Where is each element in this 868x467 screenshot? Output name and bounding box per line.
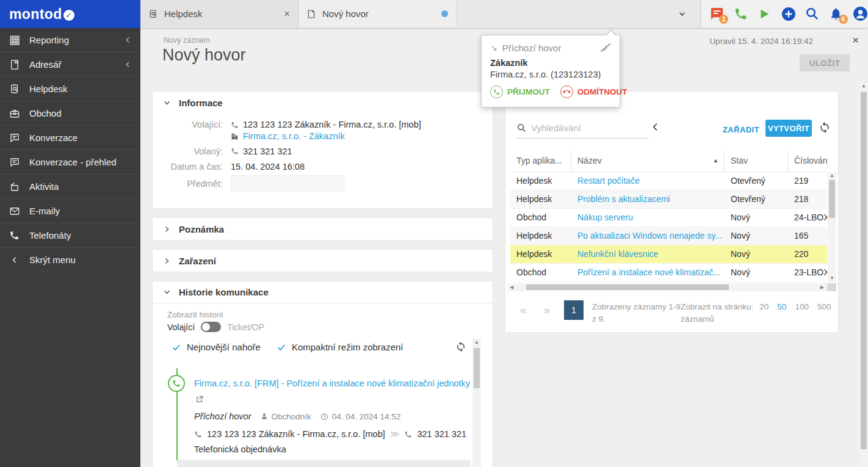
last-page-icon[interactable]: » bbox=[544, 304, 550, 317]
sidebar-item-emaily[interactable]: E-maily bbox=[0, 199, 140, 223]
call-kind-text: Příchozí hovor bbox=[194, 411, 251, 421]
save-button[interactable]: ULOŽIT bbox=[800, 54, 850, 71]
page-scrollbar[interactable]: ▲ bbox=[859, 82, 868, 467]
section-header-zarazeni[interactable]: Zařazení bbox=[153, 250, 493, 272]
first-page-icon[interactable]: « bbox=[520, 304, 526, 317]
per-page-control: Zobrazit na stránku:2050100500 záznamů bbox=[681, 301, 831, 325]
tab-novy-hovor[interactable]: Nový hovor bbox=[298, 0, 457, 27]
cell-name-link[interactable]: Problém s aktualizacemi bbox=[571, 190, 725, 208]
chevron-right-icon bbox=[163, 257, 171, 265]
avatar-icon[interactable] bbox=[853, 6, 868, 21]
table-row[interactable]: Obchod Pořízení a instalace nové klimati… bbox=[510, 264, 827, 282]
section-historie: Historie komunikace Zobrazit historii Vo… bbox=[153, 281, 493, 467]
sort-asc-icon: ▲ bbox=[713, 150, 718, 172]
tab-helpdesk[interactable]: Helpdesk × bbox=[140, 0, 298, 27]
column-header-stav[interactable]: Stav bbox=[725, 150, 788, 172]
cell-name-link[interactable]: Po aktualizaci Windows nenajede sy... bbox=[571, 227, 725, 245]
chat-bubble-icon bbox=[9, 132, 20, 143]
workspace-select[interactable] bbox=[457, 0, 701, 27]
scroll-up-icon[interactable]: ▲ bbox=[859, 82, 868, 90]
history-scrollbar[interactable]: ▲ bbox=[472, 339, 481, 467]
sidebar-item-helpdesk[interactable]: Helpdesk bbox=[0, 77, 140, 101]
cell-type: Helpdesk bbox=[510, 227, 571, 245]
logo-text: montod bbox=[9, 6, 62, 23]
cell-number: 24-LBOX- bbox=[788, 209, 827, 226]
history-source-toggle[interactable] bbox=[201, 322, 221, 332]
chat-bubble-icon bbox=[9, 156, 20, 168]
checkbox-newest-first[interactable]: Nejnovější nahoře bbox=[172, 342, 261, 352]
phone-icon[interactable] bbox=[733, 6, 748, 21]
add-icon[interactable] bbox=[781, 6, 796, 21]
sidebar-item-aktivita[interactable]: Aktivita bbox=[0, 175, 140, 199]
last-edited-text: Upravil 15. 4. 2024 16:19:42 bbox=[709, 37, 813, 46]
table-row-highlighted[interactable]: Helpdesk Nefunkční klávesnice Nový 220 bbox=[510, 245, 827, 264]
per-page-option[interactable]: 500 bbox=[817, 301, 831, 313]
section-header-informace[interactable]: Informace bbox=[153, 92, 493, 114]
section-title: Poznámka bbox=[179, 224, 224, 234]
table-row[interactable]: Helpdesk Problém s aktualizacemi Otevřen… bbox=[510, 190, 827, 209]
section-title: Historie komunikace bbox=[179, 287, 269, 297]
mute-ringtone-icon[interactable]: ♪ bbox=[600, 42, 611, 53]
per-page-option-selected[interactable]: 50 bbox=[777, 301, 786, 313]
sidebar-item-telefonaty[interactable]: Telefonáty bbox=[0, 223, 140, 248]
checkbox-compact-mode[interactable]: Kompaktní režim zobrazení bbox=[277, 342, 403, 352]
sidebar-item-reporting[interactable]: Reporting bbox=[0, 28, 140, 52]
cell-name-link[interactable]: Pořízení a instalace nové klimatizač... bbox=[571, 264, 725, 281]
assign-button[interactable]: ZAŘADIT bbox=[723, 125, 759, 134]
close-icon[interactable]: × bbox=[284, 9, 290, 19]
building-icon bbox=[231, 132, 239, 140]
cell-name-link[interactable]: Nákup serveru bbox=[571, 209, 725, 226]
column-header-typ[interactable]: Typ aplika... bbox=[510, 150, 571, 172]
column-header-nazev[interactable]: Název▲ bbox=[571, 150, 725, 172]
scroll-thumb[interactable] bbox=[829, 180, 835, 218]
refresh-icon[interactable] bbox=[819, 121, 831, 134]
field-label: Datum a čas: bbox=[153, 162, 223, 172]
sidebar-item-adresar[interactable]: Adresář bbox=[0, 52, 140, 77]
open-record-icon[interactable] bbox=[195, 395, 204, 404]
scroll-up-icon[interactable]: ▲ bbox=[472, 339, 481, 346]
per-page-option[interactable]: 20 bbox=[759, 301, 769, 313]
current-page-button[interactable]: 1 bbox=[564, 300, 584, 320]
sidebar-item-konverzace[interactable]: Konverzace bbox=[0, 126, 140, 150]
section-header-historie[interactable]: Historie komunikace bbox=[153, 281, 493, 303]
scroll-thumb[interactable] bbox=[861, 92, 867, 449]
cell-name-link[interactable]: Nefunkční klávesnice bbox=[571, 245, 725, 263]
cell-type: Obchod bbox=[510, 209, 571, 226]
scroll-left-icon[interactable]: ◀ bbox=[510, 283, 513, 291]
refresh-icon[interactable] bbox=[455, 341, 466, 352]
caller-company-link[interactable]: Firma.cz, s.r.o. - Zákazník bbox=[231, 131, 421, 141]
bell-icon[interactable]: 6 bbox=[829, 6, 844, 21]
section-header-poznamka[interactable]: Poznámka bbox=[153, 218, 493, 240]
search-input[interactable] bbox=[531, 120, 641, 136]
table-vertical-scrollbar[interactable]: ▲ ▼ bbox=[828, 172, 836, 282]
phone-accept-icon bbox=[490, 85, 503, 98]
decline-call-button[interactable]: ODMÍTNOUT bbox=[560, 85, 627, 98]
subject-input[interactable] bbox=[231, 175, 344, 192]
close-record-icon[interactable]: × bbox=[852, 34, 859, 47]
sidebar-item-konverzace-prehled[interactable]: Konverzace - přehled bbox=[0, 150, 140, 175]
table-row[interactable]: Helpdesk Restart počítače Otevřený 219 bbox=[510, 172, 827, 190]
column-header-cislovani[interactable]: Číslování bbox=[788, 150, 827, 172]
table-horizontal-scrollbar[interactable]: ◀ ▶ bbox=[508, 283, 836, 291]
incoming-call-popup: ↘ Příchozí hovor ♪ Zákazník Firma.cz, s.… bbox=[481, 35, 620, 107]
scroll-thumb[interactable] bbox=[526, 284, 729, 290]
accept-call-button[interactable]: PŘIJMOUT bbox=[490, 85, 550, 98]
chat-icon[interactable]: 1 bbox=[709, 6, 724, 21]
history-item-link[interactable]: Firma.cz, s.r.o. [FRM] - Pořízení a inst… bbox=[194, 378, 475, 388]
play-icon[interactable] bbox=[757, 6, 772, 21]
create-button[interactable]: VYTVOŘIT bbox=[765, 120, 812, 137]
per-page-option[interactable]: 100 bbox=[795, 301, 809, 313]
sidebar-item-obchod[interactable]: Obchod bbox=[0, 101, 140, 126]
scroll-up-icon[interactable]: ▲ bbox=[828, 172, 836, 179]
sidebar-item-skryt-menu[interactable]: Skrýt menu bbox=[0, 248, 140, 272]
collapse-panel-icon[interactable] bbox=[651, 122, 660, 132]
table-row[interactable]: Obchod Nákup serveru Nový 24-LBOX- bbox=[510, 209, 827, 227]
cell-name-link[interactable]: Restart počítače bbox=[571, 172, 725, 190]
cell-status: Nový bbox=[725, 227, 788, 245]
search-icon[interactable] bbox=[805, 6, 820, 21]
table-row[interactable]: Helpdesk Po aktualizaci Windows nenajede… bbox=[510, 227, 827, 245]
field-label: Volající: bbox=[153, 120, 223, 129]
checkbox-label: Nejnovější nahoře bbox=[187, 342, 261, 352]
scroll-down-icon[interactable]: ▼ bbox=[828, 275, 836, 282]
scroll-right-icon[interactable]: ▶ bbox=[820, 283, 824, 291]
